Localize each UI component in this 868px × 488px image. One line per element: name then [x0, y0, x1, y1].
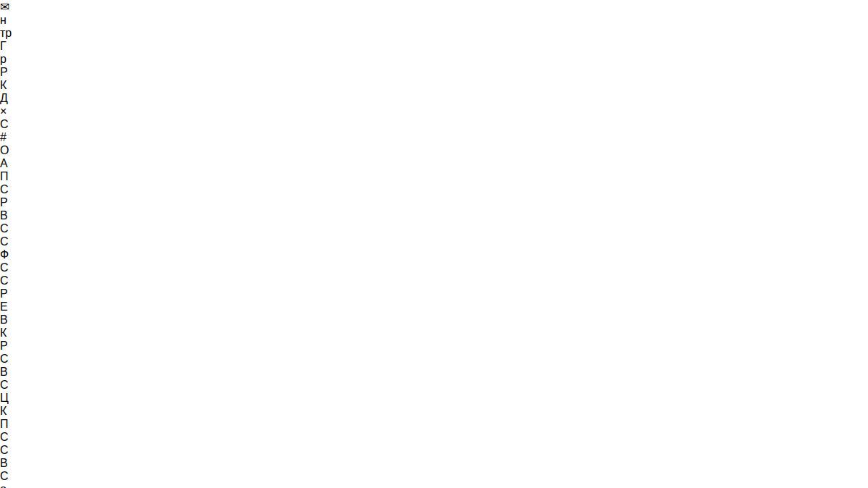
- tab-С[interactable]: С: [0, 183, 868, 196]
- tab-Е[interactable]: Е: [0, 300, 868, 314]
- tab-С[interactable]: С: [0, 235, 868, 248]
- tab-Ф[interactable]: Ф: [0, 248, 868, 261]
- tab-Ц[interactable]: Ц: [0, 392, 868, 405]
- tab-С[interactable]: С: [0, 222, 868, 235]
- tab-Д[interactable]: Д: [0, 92, 868, 105]
- tab-Р[interactable]: Р: [0, 340, 868, 353]
- tab-В[interactable]: В: [0, 366, 868, 379]
- tab-Р[interactable]: Р: [0, 196, 868, 209]
- tab-О[interactable]: О: [0, 144, 868, 157]
- tab-В[interactable]: В: [0, 457, 868, 470]
- tab-С[interactable]: С: [0, 444, 868, 457]
- tab-н[interactable]: н: [0, 14, 868, 27]
- tab-С[interactable]: С: [0, 274, 868, 287]
- tab-С[interactable]: С: [0, 431, 868, 444]
- tab-В[interactable]: В: [0, 314, 868, 327]
- tab-Г[interactable]: Г: [0, 40, 868, 53]
- tab-strip: ✉нтрГрРКД×С#ОАПСРВССФССРЕВКРСВСЦКПССВСоС…: [0, 0, 868, 488]
- tab-С[interactable]: С: [0, 261, 868, 274]
- tab-mail[interactable]: ✉: [0, 0, 868, 14]
- desktop: ✉нтрГрРКД×С#ОАПСРВССФССРЕВКРСВСЦКПССВСоС…: [0, 0, 868, 488]
- browser-window: ✉нтрГрРКД×С#ОАПСРВССФССРЕВКРСВСЦКПССВСоС…: [0, 0, 868, 488]
- tab-К[interactable]: К: [0, 405, 868, 418]
- mail-icon: ✉: [0, 1, 9, 13]
- tab-К[interactable]: К: [0, 79, 868, 92]
- tab-С[interactable]: С: [0, 470, 868, 483]
- tab-П[interactable]: П: [0, 170, 868, 183]
- tab-К[interactable]: К: [0, 327, 868, 340]
- tab-Р[interactable]: Р: [0, 66, 868, 79]
- tab-р[interactable]: р: [0, 53, 868, 66]
- tab-#[interactable]: #: [0, 131, 868, 144]
- tab-тр[interactable]: тр: [0, 27, 868, 40]
- tab-С[interactable]: С: [0, 118, 868, 131]
- tab-Р[interactable]: Р: [0, 287, 868, 300]
- tab-С[interactable]: С: [0, 353, 868, 366]
- tab-active[interactable]: ×: [0, 105, 868, 118]
- tab-о[interactable]: о: [0, 483, 868, 488]
- tab-А[interactable]: А: [0, 157, 868, 170]
- tab-С[interactable]: С: [0, 379, 868, 392]
- tab-В[interactable]: В: [0, 209, 868, 222]
- tab-П[interactable]: П: [0, 418, 868, 431]
- tab-close-icon[interactable]: ×: [0, 105, 7, 117]
